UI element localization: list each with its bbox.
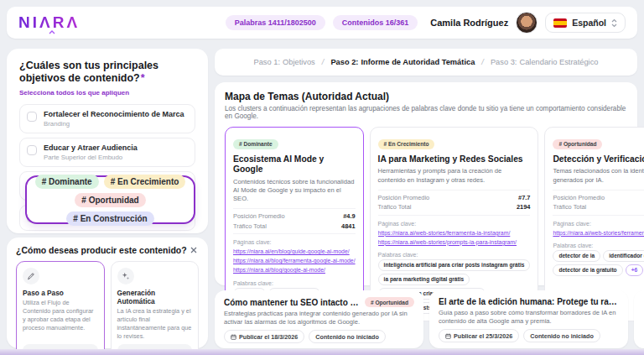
language-selector[interactable]: Español xyxy=(545,13,626,33)
calendar-icon xyxy=(445,333,451,339)
objective-option-branding[interactable]: Fortalecer el Reconocimiento de Marca Br… xyxy=(19,104,195,133)
content-status-pill: Contenido no iniciado xyxy=(523,329,600,342)
traffic-value: 2194 xyxy=(517,202,530,211)
step-1-objetivos[interactable]: Paso 1:Objetivos xyxy=(253,58,314,66)
avatar[interactable] xyxy=(516,12,538,34)
more-keywords-chip[interactable]: +6 xyxy=(626,264,644,276)
cluster-title: Detección y Verificación de IA xyxy=(553,154,644,164)
traffic-label: Tráfico Total xyxy=(378,202,412,211)
publish-date-pill: Publicar el 25/3/2026 xyxy=(439,329,519,342)
traffic-label: Tráfico Total xyxy=(553,202,586,211)
keyword-chip: detector de ia gratuito xyxy=(553,264,622,276)
step-separator: / xyxy=(481,58,484,66)
step-2-informe-autoridad[interactable]: Paso 2:Informe de Autoridad Temática xyxy=(330,58,475,66)
step-label: Calendario Estratégico xyxy=(519,58,598,66)
spain-flag-icon xyxy=(553,18,567,28)
planned-title: Cómo mantener tu SEO intacto al usar IA … xyxy=(224,298,361,307)
option-paso-a-paso[interactable]: Paso a Paso Utiliza el Flujo de Contenid… xyxy=(16,261,105,355)
key-page-link[interactable]: https://niara.ai/web-stories/prompts-ia-… xyxy=(378,238,531,247)
keyword-chip: ia para marketing digital grátis xyxy=(378,274,470,285)
objective-sublabel: Branding xyxy=(44,120,184,128)
step-separator: / xyxy=(322,58,325,66)
objectives-subtitle: Selecciona todos los que apliquen xyxy=(19,89,195,97)
cluster-status-tag: # En Crecimiento xyxy=(378,139,435,149)
keywords-label: Palabras clave: xyxy=(233,280,356,286)
key-page-link[interactable]: https://niara.ai/web-stories/ferramenta-… xyxy=(553,228,644,238)
tag-oportunidad[interactable]: # Oportunidad xyxy=(75,193,145,207)
keyword-chip: identificador de ia xyxy=(603,250,644,262)
required-asterisk: * xyxy=(141,72,145,84)
pencil-document-icon xyxy=(23,268,39,285)
cluster-status-tag: # Oportunidad xyxy=(553,139,602,149)
cluster-description: Contenidos técnicos sobre la funcionalid… xyxy=(233,178,356,204)
objectives-title-text: ¿Cuáles son tus principales objetivos de… xyxy=(19,60,158,84)
planned-content-row: Cómo mantener tu SEO intacto al usar IA … xyxy=(215,290,644,348)
keyword-chip: inteligência artificial para criar posts… xyxy=(378,259,531,271)
production-mode-panel: ¿Cómo deseas producir este contenido? Pa… xyxy=(7,238,208,348)
user-name: Camila Rodríguez xyxy=(430,18,508,28)
option-description: Utiliza el Flujo de Contenido para confi… xyxy=(23,299,98,340)
step-label: Informe de Autoridad Temática xyxy=(361,58,475,66)
pages-label: Páginas clave: xyxy=(553,221,644,227)
objectives-title: ¿Cuáles son tus principales objetivos de… xyxy=(19,60,195,86)
planned-card-partial[interactable] xyxy=(634,290,644,348)
tag-en-construccion[interactable]: # En Construcción xyxy=(66,211,153,226)
traffic-value: 4841 xyxy=(341,222,355,231)
position-label: Posición Promedio xyxy=(378,193,430,202)
checkbox[interactable] xyxy=(27,145,37,155)
topic-map-subtitle: Los clusters a continuación representan … xyxy=(225,105,627,120)
option-title: Generación Automática xyxy=(117,289,193,305)
planned-title: El arte de la edición humana: Protege tu… xyxy=(439,297,619,306)
top-bar: NIΛRΛ Palabras 1411/1802500 Contenidos 1… xyxy=(7,7,637,39)
pages-label: Páginas clave: xyxy=(233,239,356,245)
cluster-description: Herramientas y prompts para la creación … xyxy=(378,167,531,185)
logo-wordmark: NIΛRΛ xyxy=(18,13,80,31)
cluster-title: Ecosistema AI Mode y Google xyxy=(233,154,356,175)
app-window: NIΛRΛ Palabras 1411/1802500 Contenidos 1… xyxy=(0,0,644,355)
planned-card-seo-intacto[interactable]: Cómo mantener tu SEO intacto al usar IA … xyxy=(215,290,423,348)
chevron-updown-icon xyxy=(611,18,617,28)
keywords-label: Palabras clave: xyxy=(553,243,644,248)
niara-logo[interactable]: NIΛRΛ xyxy=(18,13,80,32)
step-prefix: Paso 1: xyxy=(253,58,280,66)
logo-accent-caret-icon xyxy=(49,30,55,34)
cluster-status-tag: # Dominante xyxy=(233,139,278,149)
step-prefix: Paso 2: xyxy=(330,58,358,66)
cluster-title: IA para Marketing y Redes Sociales xyxy=(378,154,531,164)
objective-label: Fortalecer el Reconocimiento de Marca xyxy=(44,110,184,119)
option-generacion-automatica[interactable]: Generación Automática La IA crea la estr… xyxy=(111,261,200,355)
calendar-icon xyxy=(231,334,236,340)
topic-map-panel: Mapa de Temas (Autoridad Actual) Los clu… xyxy=(215,82,637,285)
wizard-steps: Paso 1:Objetivos / Paso 2:Informe de Aut… xyxy=(215,49,637,76)
checkbox[interactable] xyxy=(27,112,37,122)
step-3-calendario[interactable]: Paso 3:Calendario Estratégico xyxy=(491,58,599,66)
publish-date: Publicar el 25/3/2026 xyxy=(454,332,512,340)
content-status-pill: Contenido no iniciado xyxy=(309,330,385,343)
step-prefix: Paso 3: xyxy=(491,58,517,66)
sparkles-icon xyxy=(117,268,134,285)
key-page-link[interactable]: https://niara.ai/en/blog/guide-google-ai… xyxy=(233,247,356,256)
key-page-link[interactable]: https://niara.ai/web-stories/ferramenta-… xyxy=(378,228,531,238)
producer-title: ¿Cómo deseas producir este contenido? xyxy=(16,245,187,255)
planned-card-edicion-humana[interactable]: El arte de la edición humana: Protege tu… xyxy=(429,290,628,348)
objective-sublabel: Parte Superior del Embudo xyxy=(44,154,138,161)
key-page-link[interactable]: https://niara.ai/blog/google-ai-mode/ xyxy=(233,265,356,274)
language-label: Español xyxy=(572,18,606,28)
topic-map-title: Mapa de Temas (Autoridad Actual) xyxy=(225,91,627,102)
planned-description: Estrategias prácticas para integrar cont… xyxy=(224,310,414,326)
option-description: La IA crea la estrategia y el artículo f… xyxy=(117,307,193,340)
position-label: Posición Promedio xyxy=(553,193,605,202)
tag-dominante[interactable]: # Dominante xyxy=(35,175,99,189)
planned-status-tag: # Oportunidad xyxy=(365,297,414,307)
keywords-label: Palabras clave: xyxy=(378,252,531,258)
step-label: Objetivos xyxy=(283,58,315,66)
option-title: Paso a Paso xyxy=(23,289,98,297)
position-label: Posición Promedio xyxy=(233,211,285,221)
tag-en-crecimiento[interactable]: # En Crecimiento xyxy=(104,175,186,189)
key-page-link[interactable]: https://niara.ai/blog/ferramenta-google-… xyxy=(233,256,356,265)
keyword-chip: detector de ia xyxy=(553,250,600,262)
close-icon[interactable] xyxy=(189,245,199,255)
publish-date: Publicar el 18/3/2026 xyxy=(239,333,298,341)
traffic-label: Tráfico Total xyxy=(233,222,267,231)
objective-option-audiencia[interactable]: Educar y Atraer Audiencia Parte Superior… xyxy=(19,138,195,167)
